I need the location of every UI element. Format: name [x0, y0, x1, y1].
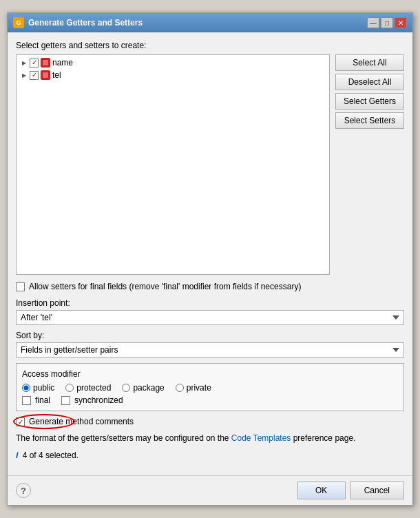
dialog-window: G Generate Getters and Setters — □ ✕ Sel… — [7, 12, 413, 506]
sort-by-label: Sort by: — [16, 331, 404, 340]
checkbox-tel[interactable] — [30, 71, 39, 80]
checkbox-name[interactable] — [30, 59, 39, 68]
generate-checkbox-wrapper: ✓ Generate method comments — [16, 417, 134, 426]
select-all-button[interactable]: Select All — [335, 54, 404, 71]
dialog-content: Select getters and setters to create: ▶ … — [8, 32, 412, 475]
radio-protected[interactable]: protected — [65, 383, 111, 393]
radio-private-input[interactable] — [176, 384, 184, 392]
title-bar: G Generate Getters and Setters — □ ✕ — [8, 13, 412, 32]
tree-arrow-name[interactable]: ▶ — [21, 59, 28, 66]
radio-row-modifiers: public protected package private — [22, 383, 398, 393]
deselect-all-button[interactable]: Deselect All — [335, 74, 404, 90]
radio-public-input[interactable] — [22, 384, 30, 392]
field-icon-inner-tel — [43, 72, 48, 78]
field-icon-tel — [41, 70, 50, 80]
maximize-button[interactable]: □ — [381, 17, 393, 28]
ok-button[interactable]: OK — [297, 481, 346, 499]
side-buttons: Select All Deselect All Select Getters S… — [335, 54, 404, 275]
allow-setters-label[interactable]: Allow setters for final fields (remove '… — [16, 282, 301, 291]
status-row: i 4 of 4 selected. — [16, 450, 404, 460]
synchronized-label: synchronized — [74, 395, 123, 405]
synchronized-checkbox-label[interactable]: synchronized — [61, 395, 123, 405]
allow-setters-checkbox[interactable] — [16, 282, 25, 291]
fields-list-inner: ▶ name ▶ tel — [17, 55, 329, 83]
tree-item-tel[interactable]: ▶ tel — [18, 69, 328, 81]
synchronized-checkbox[interactable] — [61, 396, 70, 405]
status-text: 4 of 4 selected. — [23, 450, 78, 460]
bottom-bar: ? OK Cancel — [8, 475, 412, 505]
action-buttons: OK Cancel — [297, 481, 404, 499]
info-text-suffix: preference page. — [291, 433, 355, 443]
radio-package-input[interactable] — [122, 384, 130, 392]
field-icon-name — [41, 58, 50, 68]
final-checkbox-label[interactable]: final — [22, 395, 50, 405]
allow-setters-row: Allow setters for final fields (remove '… — [16, 282, 404, 291]
tree-arrow-tel[interactable]: ▶ — [21, 72, 28, 79]
allow-setters-text: Allow setters for final fields (remove '… — [29, 282, 301, 291]
insertion-point-label: Insertion point: — [16, 298, 404, 308]
title-buttons: — □ ✕ — [367, 17, 407, 28]
insertion-point-group: Insertion point: After 'tel' First metho… — [16, 298, 404, 325]
select-setters-button[interactable]: Select Setters — [335, 112, 404, 129]
cancel-button[interactable]: Cancel — [350, 481, 404, 499]
radio-public[interactable]: public — [22, 383, 54, 393]
final-label: final — [35, 395, 50, 405]
radio-protected-label: protected — [76, 383, 111, 393]
info-text: The format of the getters/setters may be… — [16, 432, 404, 444]
close-button[interactable]: ✕ — [395, 17, 407, 28]
dialog-title: Generate Getters and Setters — [28, 18, 143, 28]
radio-public-label: public — [33, 383, 54, 393]
sort-by-group: Sort by: Fields in getter/setter pairs M… — [16, 331, 404, 358]
dialog-icon: G — [13, 17, 24, 28]
tree-label-name: name — [52, 58, 73, 68]
generate-comments-text: Generate method comments — [29, 417, 134, 426]
select-getters-button[interactable]: Select Getters — [335, 93, 404, 110]
radio-package-label: package — [133, 383, 164, 393]
tree-item-name[interactable]: ▶ name — [18, 56, 328, 69]
radio-protected-input[interactable] — [65, 384, 74, 392]
radio-private-label: private — [187, 383, 211, 393]
fields-section-label: Select getters and setters to create: — [16, 41, 404, 50]
minimize-button[interactable]: — — [367, 17, 379, 28]
info-text-prefix: The format of the getters/setters may be… — [16, 433, 231, 443]
generate-comments-row: ✓ Generate method comments — [16, 417, 404, 426]
fields-list[interactable]: ▶ name ▶ tel — [16, 54, 330, 275]
field-icon-inner-name — [43, 60, 48, 65]
info-icon: i — [16, 450, 19, 460]
tree-label-tel: tel — [52, 70, 61, 80]
generate-comments-label[interactable]: ✓ Generate method comments — [16, 417, 134, 426]
code-templates-link[interactable]: Code Templates — [231, 433, 291, 443]
fields-panel-row: ▶ name ▶ tel — [16, 54, 404, 275]
access-modifier-title: Access modifier — [22, 369, 398, 379]
insertion-point-select[interactable]: After 'tel' First method Last method — [16, 310, 404, 325]
help-button[interactable]: ? — [16, 483, 31, 498]
sort-by-select[interactable]: Fields in getter/setter pairs Methods al… — [16, 342, 404, 358]
radio-private[interactable]: private — [176, 383, 211, 393]
title-bar-left: G Generate Getters and Setters — [13, 17, 143, 28]
generate-comments-checkbox[interactable]: ✓ — [16, 417, 25, 426]
checkbox-row-extras: final synchronized — [22, 395, 398, 405]
radio-package[interactable]: package — [122, 383, 164, 393]
access-modifier-group: Access modifier public protected package… — [16, 363, 404, 411]
final-checkbox[interactable] — [22, 396, 31, 405]
